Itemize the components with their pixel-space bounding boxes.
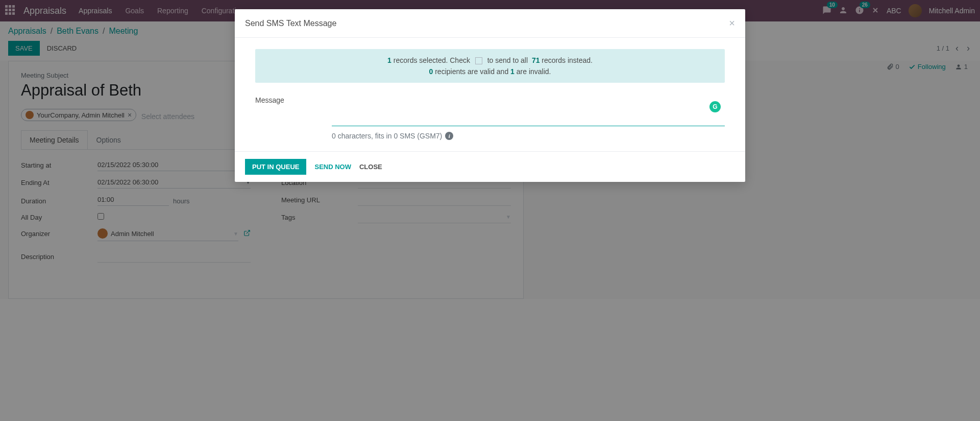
info-box: 1 records selected. Check to send to all… [255,49,725,83]
modal-backdrop: Send SMS Text Message × 1 records select… [0,0,980,299]
char-counter: 0 characters, fits in 0 SMS (GSM7) i [332,132,725,140]
info-icon[interactable]: i [445,132,453,140]
sms-modal: Send SMS Text Message × 1 records select… [235,9,745,182]
put-in-queue-button[interactable]: PUT IN QUEUE [245,159,306,175]
close-icon[interactable]: × [729,17,735,29]
send-now-button[interactable]: SEND NOW [314,163,351,171]
message-label: Message [255,94,332,104]
send-all-checkbox[interactable] [475,57,482,64]
message-input[interactable] [332,94,725,126]
modal-title: Send SMS Text Message [245,19,336,28]
close-button[interactable]: CLOSE [359,163,382,171]
